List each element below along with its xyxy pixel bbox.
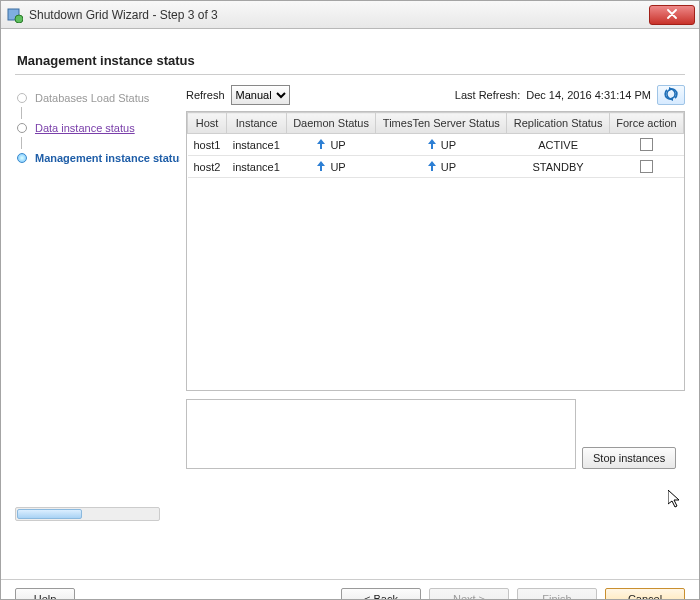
step-data-instance-status[interactable]: Data instance status bbox=[15, 119, 180, 137]
col-force-action[interactable]: Force action bbox=[609, 113, 683, 134]
svg-marker-7 bbox=[317, 161, 325, 171]
col-host[interactable]: Host bbox=[188, 113, 227, 134]
finish-button: Finish bbox=[517, 588, 597, 600]
cell-host: host1 bbox=[188, 134, 227, 156]
connector-line bbox=[21, 137, 22, 149]
app-icon bbox=[7, 7, 23, 23]
page-title: Management instance status bbox=[17, 53, 685, 68]
step-databases-load-status[interactable]: Databases Load Status bbox=[15, 89, 180, 107]
col-server-status[interactable]: TimesTen Server Status bbox=[376, 113, 507, 134]
instance-status-table: Host Instance Daemon Status TimesTen Ser… bbox=[186, 111, 685, 391]
col-daemon-status[interactable]: Daemon Status bbox=[286, 113, 376, 134]
cell-replication: STANDBY bbox=[507, 156, 609, 178]
up-arrow-icon bbox=[427, 161, 437, 173]
sidebar-scrollbar[interactable] bbox=[15, 507, 160, 521]
cell-host: host2 bbox=[188, 156, 227, 178]
cell-instance: instance1 bbox=[227, 156, 287, 178]
svg-marker-5 bbox=[317, 139, 325, 149]
cell-server: UP bbox=[376, 134, 507, 156]
help-button[interactable]: Help bbox=[15, 588, 75, 600]
svg-marker-4 bbox=[669, 97, 673, 101]
cell-daemon: UP bbox=[286, 134, 376, 156]
step-label: Management instance status bbox=[35, 152, 180, 164]
cell-replication: ACTIVE bbox=[507, 134, 609, 156]
step-label: Data instance status bbox=[35, 122, 135, 134]
stop-instances-button[interactable]: Stop instances bbox=[582, 447, 676, 469]
svg-marker-8 bbox=[428, 161, 436, 171]
last-refresh-label: Last Refresh: bbox=[455, 89, 520, 101]
step-bullet-icon bbox=[17, 93, 27, 103]
step-management-instance-status[interactable]: Management instance status bbox=[15, 149, 180, 167]
close-icon bbox=[666, 7, 678, 22]
refresh-mode-select[interactable]: Manual bbox=[231, 85, 290, 105]
cancel-button[interactable]: Cancel bbox=[605, 588, 685, 600]
svg-marker-6 bbox=[428, 139, 436, 149]
svg-point-1 bbox=[15, 15, 23, 23]
col-replication-status[interactable]: Replication Status bbox=[507, 113, 609, 134]
close-button[interactable] bbox=[649, 5, 695, 25]
scrollbar-thumb[interactable] bbox=[17, 509, 82, 519]
refresh-button[interactable] bbox=[657, 85, 685, 105]
refresh-label: Refresh bbox=[186, 89, 225, 101]
step-label: Databases Load Status bbox=[35, 92, 149, 104]
cell-daemon: UP bbox=[286, 156, 376, 178]
cell-force bbox=[609, 134, 683, 156]
log-output bbox=[186, 399, 576, 469]
force-checkbox[interactable] bbox=[640, 138, 653, 151]
step-bullet-icon bbox=[17, 153, 27, 163]
next-button: Next > bbox=[429, 588, 509, 600]
window-title: Shutdown Grid Wizard - Step 3 of 3 bbox=[29, 8, 649, 22]
up-arrow-icon bbox=[427, 139, 437, 151]
back-button[interactable]: < Back bbox=[341, 588, 421, 600]
force-checkbox[interactable] bbox=[640, 160, 653, 173]
cell-server: UP bbox=[376, 156, 507, 178]
last-refresh-value: Dec 14, 2016 4:31:14 PM bbox=[526, 89, 651, 101]
up-arrow-icon bbox=[316, 139, 326, 151]
table-row[interactable]: host1 instance1 UP bbox=[188, 134, 684, 156]
col-instance[interactable]: Instance bbox=[227, 113, 287, 134]
wizard-step-list: Databases Load Status Data instance stat… bbox=[15, 83, 180, 579]
divider bbox=[15, 74, 685, 75]
table-row[interactable]: host2 instance1 UP bbox=[188, 156, 684, 178]
connector-line bbox=[21, 107, 22, 119]
up-arrow-icon bbox=[316, 161, 326, 173]
refresh-icon bbox=[663, 87, 679, 103]
cell-force bbox=[609, 156, 683, 178]
step-bullet-icon bbox=[17, 123, 27, 133]
cell-instance: instance1 bbox=[227, 134, 287, 156]
